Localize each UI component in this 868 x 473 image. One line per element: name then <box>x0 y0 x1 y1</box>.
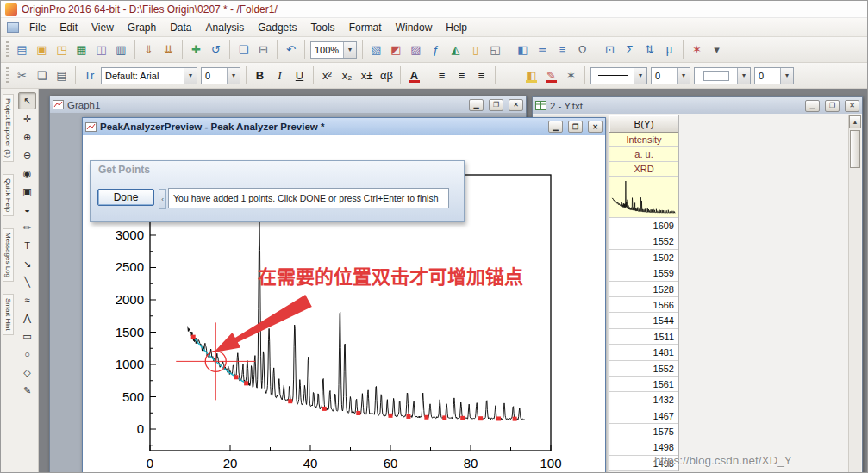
collapse-toggle-icon[interactable]: ‹ <box>159 189 166 209</box>
new-graph-button[interactable]: ◩ <box>386 40 406 59</box>
font-color-button[interactable]: A <box>404 65 424 85</box>
pattern-width-combo[interactable]: 0▾ <box>754 67 794 84</box>
underline-button[interactable]: U <box>290 65 309 85</box>
column-header[interactable]: B(Y) <box>609 115 678 133</box>
text-tool[interactable]: T <box>18 237 36 254</box>
draw-points-tool[interactable]: ✏ <box>18 219 36 236</box>
scroll-up-icon[interactable]: ▲ <box>849 115 861 128</box>
menu-view[interactable]: View <box>84 19 121 36</box>
worksheet-value-cell[interactable]: 1609 <box>609 218 678 233</box>
preview-minimize-button[interactable]: ▁ <box>548 121 563 133</box>
new-layout-button[interactable]: ◱ <box>485 40 505 59</box>
zoom-out-tool[interactable]: ⊖ <box>18 146 36 164</box>
add-new-columns-button[interactable]: ✚ <box>186 40 206 59</box>
menu-tools[interactable]: Tools <box>304 19 342 36</box>
ytxt-titlebar[interactable]: 2 - Y.txt ▁ ❐ ✕ <box>533 97 862 114</box>
toolbar-options-button[interactable]: ▾ <box>707 40 727 59</box>
ytxt-restore-button[interactable]: ❐ <box>825 100 840 112</box>
worksheet-value-cell[interactable]: 1502 <box>609 250 678 265</box>
worksheet-value-cell[interactable]: 1467 <box>609 408 678 424</box>
menu-format[interactable]: Format <box>342 19 389 36</box>
fill-color-button[interactable]: ◧ <box>521 65 541 85</box>
italic-button[interactable]: I <box>270 65 290 85</box>
font-size-combo[interactable]: 0▾ <box>201 67 240 84</box>
preview-close-button[interactable]: ✕ <box>588 121 603 133</box>
worksheet-value-cell[interactable]: 1481 <box>609 345 678 360</box>
line-style-combo[interactable]: ▾ <box>590 67 647 84</box>
polyline-tool[interactable]: ⋀ <box>18 309 36 327</box>
import-single-ascii-button[interactable]: ⇊ <box>159 40 178 59</box>
align-left-button[interactable]: ≡ <box>432 65 452 85</box>
worksheet-value-cell[interactable]: 1552 <box>609 233 678 249</box>
worksheet-value-cell[interactable]: 1575 <box>609 424 678 439</box>
fit-page-button[interactable]: ⊡ <box>600 40 620 59</box>
open-button[interactable]: ◳ <box>52 40 72 59</box>
font-face-button[interactable]: Tr <box>79 65 99 85</box>
worksheet-value-cell[interactable]: 1528 <box>609 282 678 297</box>
copy-button[interactable]: ❏ <box>32 65 52 85</box>
menu-window[interactable]: Window <box>389 19 440 36</box>
open-excel-button[interactable]: ▦ <box>72 40 91 59</box>
graph1-close-button[interactable]: ✕ <box>509 99 523 111</box>
messages-log-button[interactable]: ≡ <box>553 40 572 59</box>
worksheet-value-cell[interactable]: 1559 <box>609 265 678 281</box>
units-cell[interactable]: a. u. <box>609 147 678 162</box>
pointer-tool[interactable]: ↖ <box>18 92 36 109</box>
print-button[interactable]: ⊟ <box>253 40 273 59</box>
fill-pattern-combo[interactable]: ▾ <box>694 67 751 84</box>
dock-tab-smart-hint[interactable]: Smart Hint <box>3 294 14 335</box>
new-matrix-button[interactable]: ▨ <box>406 40 426 59</box>
new-project-button[interactable]: ▤ <box>12 40 32 59</box>
new-folder-button[interactable]: ▣ <box>32 40 52 59</box>
align-center-button[interactable]: ≡ <box>452 65 471 85</box>
cut-button[interactable]: ✂ <box>12 65 32 85</box>
menu-graph[interactable]: Graph <box>121 19 163 36</box>
superscript-button[interactable]: x² <box>317 65 337 85</box>
mask-tool[interactable]: ◒ <box>18 201 36 218</box>
menu-file[interactable]: File <box>22 19 53 36</box>
worksheet-value-cell[interactable]: 1552 <box>609 361 678 377</box>
worksheet-value-cell[interactable]: 1544 <box>609 313 678 328</box>
long-name-cell[interactable]: Intensity <box>609 133 678 147</box>
graph1-titlebar[interactable]: Graph1 ▁ ❐ ✕ <box>50 96 526 113</box>
script-window-button[interactable]: Ω <box>572 40 592 59</box>
subscript-button[interactable]: x₂ <box>337 65 357 85</box>
worksheet-value-cell[interactable]: 1511 <box>609 329 678 345</box>
dock-tab-quick-help[interactable]: Quick Help <box>3 174 14 216</box>
scrollbar-thumb[interactable] <box>850 130 860 168</box>
project-explorer-button[interactable]: ◧ <box>513 40 533 59</box>
screen-reader-tool[interactable]: ✛ <box>18 110 36 128</box>
worksheet-value-cell[interactable]: 1561 <box>609 377 678 392</box>
recalculate-button[interactable]: ↺ <box>206 40 226 59</box>
ytxt-close-button[interactable]: ✕ <box>845 100 859 112</box>
line-color-button[interactable]: ✎ <box>541 65 561 85</box>
menu-analysis[interactable]: Analysis <box>199 19 252 36</box>
ytxt-minimize-button[interactable]: ▁ <box>805 100 820 112</box>
results-log-button[interactable]: ≣ <box>533 40 553 59</box>
greek-button[interactable]: αβ <box>377 65 397 85</box>
circle-tool[interactable]: ○ <box>18 345 36 363</box>
zoom-in-tool[interactable]: ⊕ <box>18 128 36 146</box>
data-selector-tool[interactable]: ◉ <box>18 165 36 182</box>
sparkline-cell[interactable] <box>609 177 678 218</box>
new-workbook-button[interactable]: ▧ <box>366 40 386 59</box>
sort-button[interactable]: ⇅ <box>640 40 659 59</box>
statistics-button[interactable]: μ <box>659 40 679 59</box>
new-notes-button[interactable]: ▯ <box>465 40 485 59</box>
menu-gadgets[interactable]: Gadgets <box>251 19 303 36</box>
curve-tool[interactable]: ≈ <box>18 291 36 308</box>
line-tool[interactable]: ╲ <box>18 273 36 290</box>
line-width-combo[interactable]: 0▾ <box>651 67 690 84</box>
graph1-restore-button[interactable]: ❐ <box>489 99 503 111</box>
align-right-button[interactable]: ≡ <box>471 65 491 85</box>
zoom-level-combo[interactable]: 100%▾ <box>310 41 357 59</box>
done-button[interactable]: Done <box>97 189 154 206</box>
undo-button[interactable]: ↶ <box>281 40 301 59</box>
comments-cell[interactable]: XRD <box>609 162 678 177</box>
new-function-plot-button[interactable]: ƒ <box>426 40 446 59</box>
preview-titlebar[interactable]: PeakAnalyzerPreview - Peak Analyzer Prev… <box>83 118 605 135</box>
save-project-button[interactable]: ▥ <box>111 40 131 59</box>
arrow-tool[interactable]: ↘ <box>18 255 36 272</box>
worksheet-value-cell[interactable]: 1566 <box>609 297 678 313</box>
pattern-button[interactable]: ✶ <box>561 65 581 85</box>
